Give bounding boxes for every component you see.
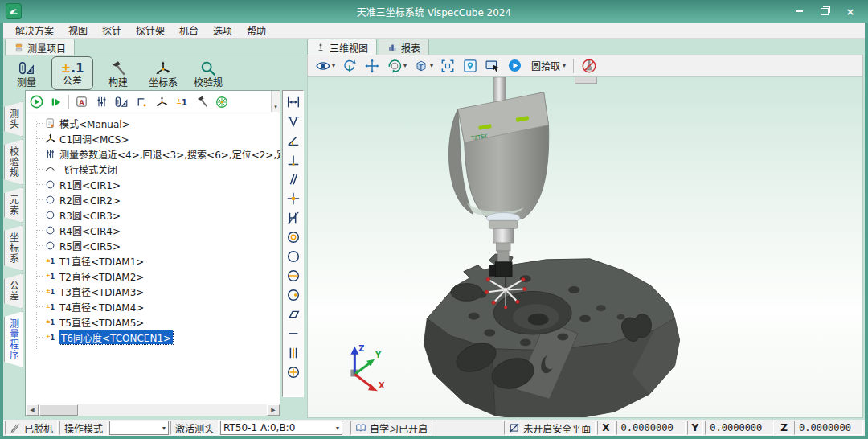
view-eye-button[interactable]: ▾: [313, 56, 338, 75]
gdt-symmetry-button[interactable]: [285, 344, 301, 361]
tree-item-cir2[interactable]: R2圆<CIR2>: [31, 192, 280, 207]
scroll-right-button[interactable]: ▶: [267, 404, 280, 416]
menu-view[interactable]: 视图: [61, 22, 95, 39]
view-pan-button[interactable]: [362, 56, 383, 75]
menu-probe-rack[interactable]: 探针架: [129, 22, 172, 39]
probe-disabled-icon: [581, 58, 597, 74]
minimize-button[interactable]: [792, 6, 805, 17]
view-fit-button[interactable]: [437, 56, 458, 75]
viewport-3d[interactable]: TZTEK: [307, 76, 863, 418]
corner-tool-button[interactable]: [133, 93, 150, 111]
ribbon-gauge-button[interactable]: 校验规: [188, 57, 228, 89]
scroll-left-button[interactable]: ◀: [26, 404, 39, 416]
self-learn-status[interactable]: 自学习已开启: [350, 421, 432, 435]
label-tool-button[interactable]: [72, 93, 90, 111]
probe-display-toggle-button[interactable]: [579, 56, 600, 75]
tree-item-mode[interactable]: 模式<Manual>: [31, 116, 280, 131]
tree-item-cir3[interactable]: R3圆<CIR3>: [31, 207, 280, 223]
tree-item-fly-mode[interactable]: 飞行模式关闭: [31, 162, 280, 177]
gdt-concentricity-button[interactable]: [285, 228, 301, 245]
tab-report[interactable]: 报表: [379, 39, 429, 55]
run-program-button[interactable]: [27, 93, 45, 111]
tolerance-icon: ±.1: [61, 61, 84, 76]
ribbon-measure-button[interactable]: 测量: [6, 57, 47, 89]
menu-probe[interactable]: 探针: [95, 22, 129, 39]
coordsys-tool-button[interactable]: [153, 93, 170, 111]
probe-star-button[interactable]: [213, 93, 231, 111]
left-ribbon: 测量 ±.1 公差 构建 坐标系 校验规: [6, 56, 302, 90]
construct-tool-button[interactable]: [193, 93, 211, 111]
close-button[interactable]: ×: [844, 6, 857, 17]
menu-solution[interactable]: 解决方案: [8, 22, 61, 39]
chevron-down-icon[interactable]: ▾: [332, 62, 335, 69]
splitter-handle[interactable]: [575, 77, 597, 84]
view-screen-pick-button[interactable]: [482, 56, 503, 75]
menu-help[interactable]: 帮助: [240, 22, 273, 39]
gdt-position-button[interactable]: [285, 363, 301, 380]
gdt-profile-button[interactable]: [285, 209, 301, 226]
gdt-parallelism-button[interactable]: [285, 170, 301, 187]
gdt-position-target-button[interactable]: [285, 190, 301, 207]
report-icon: [387, 43, 397, 52]
active-probe-select[interactable]: RT50-1 A:0,B:0 ▾: [220, 421, 342, 435]
tree-item-tdiam1[interactable]: T1直径<TDIAM1>: [31, 253, 280, 269]
side-tab-gauge[interactable]: 校验规: [4, 139, 23, 185]
tree-item-cir5[interactable]: R5圆<CIR5>: [31, 238, 280, 253]
ribbon-coordsys-button[interactable]: 坐标系: [143, 57, 183, 89]
tree-item-tdiam5[interactable]: T5直径<TDIAM5>: [31, 314, 280, 330]
measure-params-button[interactable]: [92, 93, 110, 111]
tree-item-tdiam4[interactable]: T4直径<TDIAM4>: [31, 299, 280, 314]
probe-offline-icon: [10, 422, 21, 433]
side-tab-tolerance[interactable]: 公差: [4, 273, 23, 309]
gdt-angle-vee-button[interactable]: [285, 113, 301, 129]
safety-plane-status[interactable]: 未开启安全平面: [504, 421, 596, 435]
gdt-symmetry-circle-button[interactable]: [285, 267, 301, 284]
tree-item-c1-recall[interactable]: C1回调<MCS>: [31, 131, 280, 146]
chevron-down-icon[interactable]: ▾: [563, 62, 566, 69]
view-orbit-button[interactable]: ▾: [384, 56, 409, 75]
circle-pick-dropdown[interactable]: 圆拾取 ▾: [526, 56, 568, 75]
gdt-perpendicularity-button[interactable]: [285, 151, 301, 168]
scrollbar-thumb[interactable]: [39, 404, 78, 416]
tolerance-tool-button[interactable]: [173, 93, 190, 111]
view-play-button[interactable]: [505, 56, 525, 75]
ribbon-tolerance-button[interactable]: ±.1 公差: [51, 56, 93, 90]
tree-horizontal-scrollbar[interactable]: ◀ ▶: [26, 404, 280, 416]
menu-machine[interactable]: 机台: [172, 22, 206, 39]
view-cube-button[interactable]: ▾: [411, 56, 436, 75]
tree-item-cir4[interactable]: R4圆<CIR4>: [31, 223, 280, 238]
tree-item-tdiam3[interactable]: T3直径<TDIAM3>: [31, 284, 280, 299]
tree-item-cir1[interactable]: R1圆<CIR1>: [31, 177, 280, 192]
tree-item-tconcen1[interactable]: T6同心度<TCONCEN1>: [31, 330, 280, 345]
view-rotate-button[interactable]: [339, 56, 360, 75]
tree-item-measure-params[interactable]: 测量参数逼近<4>,回退<3>,搜索<6>,定位<2>,定位加<2>,测: [31, 146, 280, 162]
gdt-runout-button[interactable]: [285, 286, 301, 303]
gdt-distance-button[interactable]: [285, 93, 301, 110]
fly-mode-icon: [43, 163, 56, 176]
side-tab-probe[interactable]: 测头: [4, 101, 23, 137]
op-mode-select[interactable]: ▾: [109, 421, 169, 435]
measure-tool-button[interactable]: [113, 93, 130, 111]
maximize-button[interactable]: [818, 6, 831, 17]
step-run-button[interactable]: [47, 93, 65, 111]
viewport-3d-scene[interactable]: TZTEK: [308, 77, 862, 417]
toolbar-overflow-button[interactable]: ▾: [271, 91, 280, 112]
view-locate-button[interactable]: [460, 56, 481, 75]
toolbar-separator: [573, 59, 574, 73]
menu-options[interactable]: 选项: [206, 22, 240, 39]
tab-measure-project[interactable]: 测量项目: [5, 39, 75, 55]
gdt-angle-button[interactable]: [285, 132, 301, 149]
ribbon-construct-button[interactable]: 构建: [98, 57, 138, 89]
chevron-down-icon[interactable]: ▾: [430, 62, 433, 69]
gdt-roundness-button[interactable]: [285, 248, 301, 265]
gdt-straightness-button[interactable]: [285, 325, 301, 342]
side-tab-coordsys[interactable]: 坐标系: [4, 225, 23, 271]
gdt-flatness-button[interactable]: [285, 306, 301, 322]
tab-3d-view[interactable]: 三维视图: [307, 39, 377, 55]
circle-pick-label: 圆拾取: [531, 59, 560, 72]
tree-item-tdiam2[interactable]: T2直径<TDIAM2>: [31, 269, 280, 284]
chevron-down-icon[interactable]: ▾: [403, 62, 407, 69]
side-tab-program[interactable]: 测量程序: [4, 311, 23, 367]
side-tab-element[interactable]: 元素: [4, 187, 23, 223]
play-icon: [507, 58, 522, 73]
